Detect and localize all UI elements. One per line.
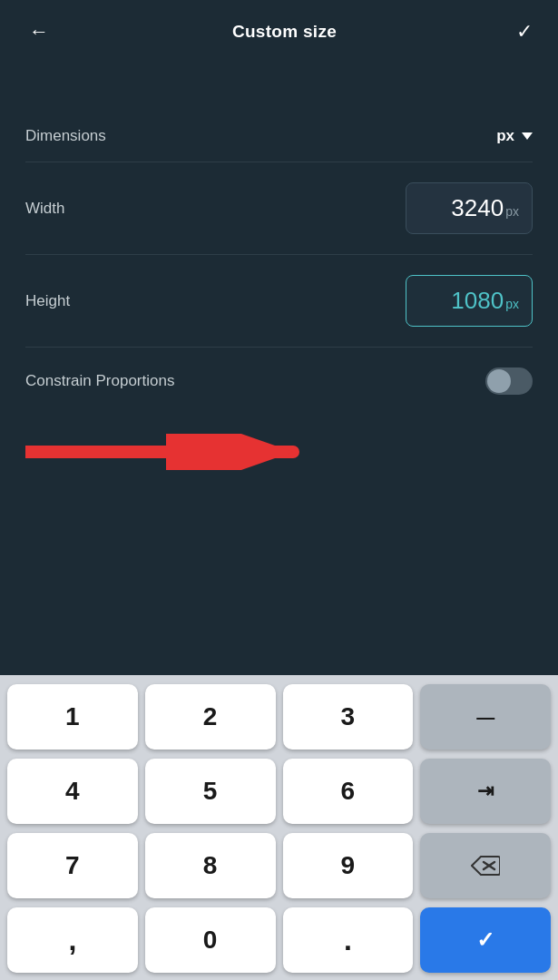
constrain-row: Constrain Proportions [25,348,533,404]
key-1[interactable]: 1 [7,684,138,750]
chevron-down-icon [522,132,533,140]
arrow-icon [25,434,307,470]
width-input[interactable]: 3240 px [406,182,533,234]
constrain-label: Constrain Proportions [25,372,174,390]
height-input[interactable]: 1080 px [406,275,533,327]
dimensions-unit-value: px [496,127,514,145]
key-tab[interactable]: ⇥ [420,759,551,824]
key-backspace[interactable] [420,833,551,898]
page-title: Custom size [232,22,337,42]
key-period[interactable]: . [283,907,414,973]
dimensions-label: Dimensions [25,127,106,145]
dimensions-unit-selector[interactable]: px [496,127,533,145]
key-0[interactable]: 0 [145,907,276,973]
keyboard: 1 2 3 — 4 5 6 ⇥ 7 8 9 , 0 . ✓ [0,675,558,980]
confirm-button[interactable]: ✓ [516,20,533,44]
key-6[interactable]: 6 [283,759,414,824]
header: ← Custom size ✓ [25,0,533,64]
height-value: 1080 [451,287,504,315]
width-label: Width [25,200,64,218]
key-7[interactable]: 7 [7,833,138,898]
height-label: Height [25,292,70,310]
constrain-toggle[interactable] [485,368,533,395]
key-2[interactable]: 2 [145,684,276,750]
backspace-icon [471,855,500,877]
key-3[interactable]: 3 [283,684,414,750]
keyboard-row-1: 1 2 3 — [7,684,551,750]
key-confirm[interactable]: ✓ [420,907,551,973]
width-unit: px [505,204,519,219]
key-9[interactable]: 9 [283,833,414,898]
keyboard-row-3: 7 8 9 [7,833,551,898]
key-8[interactable]: 8 [145,833,276,898]
width-value: 3240 [451,194,504,222]
width-row: Width 3240 px [25,162,533,254]
back-button[interactable]: ← [25,16,53,47]
key-5[interactable]: 5 [145,759,276,824]
key-4[interactable]: 4 [7,759,138,824]
height-unit: px [505,297,519,311]
keyboard-row-4: , 0 . ✓ [7,907,551,973]
key-comma[interactable]: , [7,907,138,973]
arrow-annotation [25,434,307,470]
dimensions-row: Dimensions px [25,118,533,162]
height-row: Height 1080 px [25,255,533,347]
top-spacer [25,64,533,118]
keyboard-row-2: 4 5 6 ⇥ [7,759,551,824]
key-minus[interactable]: — [420,684,551,750]
toggle-thumb [487,369,511,393]
